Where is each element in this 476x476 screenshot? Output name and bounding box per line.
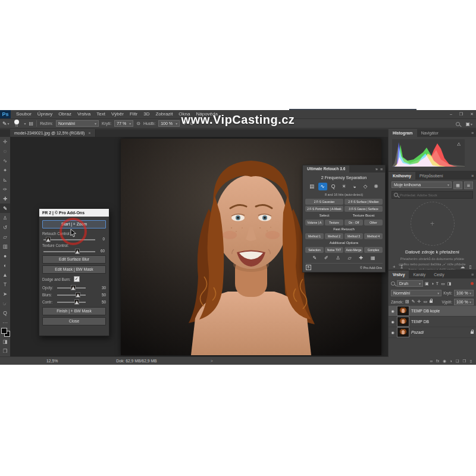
stamp-icon[interactable]: ♙ — [336, 255, 340, 261]
panel-menu-icon[interactable]: ≡ — [471, 174, 474, 178]
history-brush-tool[interactable]: ↺ — [0, 223, 10, 232]
menu-item-zobrazit[interactable]: Zobrazit — [152, 110, 176, 118]
path-selection-tool[interactable]: ➤ — [0, 289, 10, 299]
group-icon[interactable]: ❏ — [456, 359, 459, 364]
refresh-warning-icon[interactable]: △ — [458, 142, 461, 146]
zoom-level-field[interactable]: 12,5% — [46, 359, 58, 363]
document-icon[interactable]: ▤ — [308, 183, 317, 190]
healing-brush-tool[interactable]: ✚ — [0, 194, 10, 203]
patch-icon[interactable]: ▱ — [347, 255, 351, 261]
ur-button-texture[interactable]: Texture — [325, 220, 343, 226]
more-tools[interactable]: ⋯ — [0, 318, 10, 327]
menu-item-v-b-r[interactable]: Výběr — [108, 110, 127, 118]
visibility-eye-icon[interactable]: ◉ — [390, 320, 395, 324]
blur-tool[interactable]: ● — [0, 251, 10, 261]
ur-button-auto-merge[interactable]: Auto-Merge — [345, 247, 363, 253]
dodge-tool[interactable]: ◐ — [0, 261, 10, 270]
document-tab[interactable]: model-2349021.jpg @ 12,5% (RGB/8)× — [10, 129, 96, 137]
menu-item-text[interactable]: Text — [93, 110, 108, 118]
ur-button-2-f-s-surface-median[interactable]: 2 F-S Surface | Median — [345, 199, 383, 205]
texture-control-slider[interactable]: 60 — [43, 249, 105, 253]
new-layer-icon[interactable]: ❐ — [463, 359, 466, 364]
status-options-caret[interactable]: > — [211, 359, 213, 363]
menu-item-obraz[interactable]: Obraz — [55, 110, 74, 118]
menu-item-pravy[interactable]: Úpravy — [35, 110, 55, 118]
ur-button-3-f-s-gauss-surface[interactable]: 3 F-S Gauss | Surface — [345, 206, 383, 212]
pattern-icon[interactable]: ▦ — [371, 255, 375, 261]
adjustment-icon[interactable]: ◑ — [450, 359, 452, 363]
move-tool[interactable]: ✛ — [0, 137, 10, 146]
ur-button-method-3[interactable]: Method 3 — [345, 233, 363, 239]
brush-panel-toggle-icon[interactable]: ▤ — [29, 121, 34, 126]
slider-blurs[interactable] — [57, 292, 95, 297]
minimize-icon[interactable]: – — [450, 110, 452, 118]
dodge-burn-checkbox[interactable]: ✓ — [74, 276, 80, 282]
tab-knihovny[interactable]: Knihovny — [389, 172, 415, 180]
menu-item-okna[interactable]: Okna — [176, 110, 193, 118]
marquee-tool[interactable]: ◌ — [0, 146, 10, 156]
tab-histogram[interactable]: Histogram — [389, 129, 417, 137]
flow-select[interactable]: 100 %▾ — [158, 120, 180, 127]
close-button[interactable]: Close — [42, 317, 106, 325]
finish-button[interactable]: Finish | + BW Mask — [42, 307, 106, 315]
pressure-size-icon[interactable]: ⊙ — [190, 121, 194, 126]
link-icon[interactable]: ∞ — [430, 359, 433, 363]
contrast-icon[interactable]: ☀ — [340, 183, 349, 190]
adjustment-filter-icon[interactable]: ◑ — [431, 281, 434, 286]
brush-icon[interactable]: ✎ — [312, 255, 317, 261]
layer-row-pozad[interactable]: ◉Pozadí — [389, 327, 476, 338]
search-icon[interactable] — [456, 122, 460, 126]
menu-item-filtr[interactable]: Filtr — [127, 110, 140, 118]
ur-button-complex[interactable]: Complex — [364, 247, 383, 253]
close-tab-icon[interactable]: × — [88, 131, 90, 135]
lock-transparency-icon[interactable]: ▨ — [405, 299, 409, 304]
quick-selection-tool[interactable]: ✦ — [0, 165, 10, 175]
menu-item-n-pov-da[interactable]: Nápověda — [193, 110, 220, 118]
clone-stamp-tool[interactable]: ♙ — [0, 213, 10, 223]
ur-button-selection[interactable]: Selection — [305, 247, 324, 253]
opacity-select[interactable]: 77 %▾ — [114, 120, 133, 127]
type-filter-icon[interactable]: T — [436, 281, 439, 286]
library-select[interactable]: Moje knihovna▾ — [392, 181, 452, 188]
add-mask-icon[interactable]: ◉ — [443, 359, 446, 364]
pen-tool[interactable]: ▲ — [0, 270, 10, 280]
ur-button-method-1[interactable]: Method 1 — [305, 233, 324, 239]
lock-pixels-icon[interactable]: ✎ — [412, 299, 415, 304]
maximize-icon[interactable]: ❐ — [459, 110, 463, 118]
visibility-eye-icon[interactable]: ◉ — [390, 309, 395, 313]
ur-button-other[interactable]: Other — [364, 220, 383, 226]
healing-icon[interactable]: ✚ — [359, 255, 363, 261]
tab-vrstvy[interactable]: Vrstvy — [389, 271, 409, 278]
pixel-filter-icon[interactable]: ▣ — [425, 281, 429, 286]
ur-button-volume-a[interactable]: Volume | A — [305, 220, 324, 226]
current-tool-icon[interactable]: ✎▾ — [2, 121, 10, 127]
visibility-eye-icon[interactable]: ◉ — [390, 330, 395, 334]
lock-artboard-icon[interactable]: ▭ — [423, 299, 427, 304]
layer-thumbnail[interactable] — [397, 328, 409, 337]
upload-icon[interactable]: ↥ — [400, 264, 404, 270]
diamond-icon[interactable]: ◇ — [361, 183, 370, 190]
collapse-panel-icon[interactable]: » — [375, 167, 378, 171]
slider-contr[interactable] — [57, 299, 95, 304]
sync-icon[interactable]: ☁ — [461, 264, 465, 270]
layer-thumbnail[interactable] — [397, 306, 409, 315]
hand-tool[interactable]: ☞ — [0, 299, 10, 308]
lasso-tool[interactable]: ∿ — [0, 156, 10, 165]
layer-blend-mode-select[interactable]: Normální▾ — [391, 290, 441, 296]
effects-icon[interactable]: fx — [436, 359, 439, 363]
close-icon[interactable]: ✕ — [470, 110, 474, 118]
list-view-icon[interactable]: ≣ — [464, 181, 473, 189]
panel-menu-icon[interactable]: ≡ — [380, 167, 383, 171]
workspace-switcher-icon[interactable]: ▣▾ — [465, 121, 472, 127]
ur-button-noise-txt[interactable]: Noise TXT — [325, 247, 343, 253]
grid-view-icon[interactable]: ▦ — [453, 181, 462, 189]
foreground-color-swatch[interactable] — [1, 328, 7, 334]
ur-button-method-4[interactable]: Method 4 — [364, 233, 383, 239]
brush-tool[interactable]: ✎ — [0, 203, 10, 213]
ur-button-2-f-s-gaussian[interactable]: 2 F-S Gaussian — [305, 199, 343, 205]
smartobject-filter-icon[interactable]: ◨ — [447, 281, 452, 286]
zoom-tool[interactable]: Q — [0, 308, 10, 318]
settings-icon[interactable]: ❋ — [372, 183, 381, 190]
pressure-opacity-icon[interactable]: ⊙ — [136, 121, 140, 126]
gradient-tool[interactable]: ▥ — [0, 242, 10, 251]
